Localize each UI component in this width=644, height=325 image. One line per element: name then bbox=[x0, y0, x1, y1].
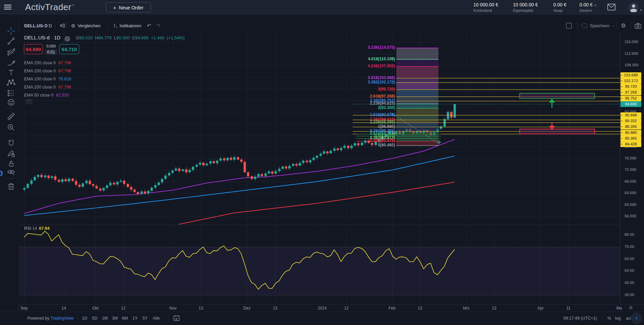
time-axis[interactable]: ⚙Sep14Okt12Nov13Dez13202412Feb13Mrz13Apr… bbox=[0, 305, 644, 312]
range-button-3m[interactable]: 3M bbox=[112, 316, 118, 321]
indicator-legend-rows: EMA 200 close 067.796EMA 200 close 067.7… bbox=[24, 59, 71, 99]
time-tick: Mrz bbox=[463, 306, 470, 311]
rsi-tick: 60.00 bbox=[625, 257, 634, 261]
compare-plus-icon: ⊕ bbox=[71, 23, 75, 29]
indicator-row[interactable]: EMA 200 close 067.796 bbox=[24, 67, 71, 75]
range-button-1y[interactable]: 1Y bbox=[132, 316, 137, 321]
collapse-indicators-icon[interactable]: ⌃ bbox=[26, 99, 32, 104]
time-tick: 13 bbox=[273, 306, 277, 311]
emoji-icon[interactable] bbox=[4, 98, 18, 107]
pencil-lock-icon[interactable] bbox=[4, 149, 18, 158]
goto-date-icon[interactable] bbox=[173, 315, 180, 321]
rsi-tick: 70.00 bbox=[625, 245, 634, 249]
fib-level-label: 2(93.300) bbox=[378, 105, 395, 110]
xabcd-pattern-icon[interactable] bbox=[4, 78, 18, 87]
chevron-down-icon[interactable]: ▼ bbox=[640, 9, 642, 12]
magnet-icon[interactable] bbox=[4, 139, 18, 148]
drawing-tools-sidebar bbox=[0, 20, 19, 312]
alert-price-label: 102.172 bbox=[620, 78, 641, 84]
range-button-5y[interactable]: 5Y bbox=[142, 316, 147, 321]
time-tick: 2024 bbox=[318, 306, 327, 311]
mail-icon[interactable] bbox=[607, 4, 615, 10]
alert-price-label: 86.880 bbox=[620, 130, 641, 136]
chart-legend[interactable]: DELL.US-d·1D−O90.010H94.770L90.000C94.69… bbox=[24, 35, 185, 42]
fib-level-label: 4.236(107.655) bbox=[368, 64, 395, 68]
fib-level-label: 5.236(114.075) bbox=[368, 45, 395, 50]
trash-icon[interactable] bbox=[4, 182, 18, 191]
collapse-panel-button[interactable]: ‹ bbox=[631, 313, 642, 324]
indicator-row[interactable]: EMA 200 close 067.796 bbox=[24, 59, 71, 67]
current-price-label: 94.690 bbox=[620, 101, 641, 107]
interval-button[interactable]: D bbox=[49, 20, 52, 32]
zoom-in-icon[interactable] bbox=[4, 123, 18, 132]
settings-gear-icon[interactable]: ⚙ bbox=[621, 20, 626, 32]
price-axis[interactable]: 116.000112.000108.00092.00080.00076.0007… bbox=[620, 32, 644, 304]
panel-expand-chevron-icon[interactable]: ❯ bbox=[0, 170, 4, 176]
eye-icon[interactable] bbox=[4, 168, 18, 177]
rsi-tick: 30.00 bbox=[625, 293, 634, 297]
fib-level-label: 1.618(90.848) bbox=[370, 112, 395, 117]
symbol-name[interactable]: DELL.US-D bbox=[24, 20, 47, 32]
layout-button[interactable] bbox=[566, 20, 572, 32]
chart-canvas[interactable] bbox=[18, 32, 620, 304]
percent-scale-button[interactable]: % bbox=[607, 316, 611, 321]
chart-style-icon[interactable] bbox=[59, 20, 66, 32]
alert-price-label: 89.332 bbox=[620, 118, 641, 124]
compare-button[interactable]: ⊕Vergleichen bbox=[71, 20, 100, 32]
undo-icon[interactable]: ↶ bbox=[147, 20, 151, 32]
buy-ask-button[interactable]: 94.710 bbox=[59, 44, 79, 54]
account-stat-gewinn[interactable]: 0.00 €▼Gewinn bbox=[579, 2, 597, 12]
range-button-alle[interactable]: Alle bbox=[153, 316, 160, 321]
fib-level-label: 2.618(97.268) bbox=[370, 94, 395, 99]
indicator-row[interactable]: EMA 100 close 076.816 bbox=[24, 75, 71, 83]
trend-line-icon[interactable] bbox=[4, 36, 18, 46]
brand-logo: ActivTrader™ bbox=[25, 2, 75, 12]
fib-level-label: 2.236(94.815) bbox=[370, 101, 395, 106]
brush-icon[interactable] bbox=[4, 58, 18, 67]
camera-icon[interactable] bbox=[635, 20, 641, 32]
fib-level-label: 4.618(110.108) bbox=[368, 57, 395, 61]
price-tick: 112.000 bbox=[625, 51, 638, 56]
fib-level-label: 3.382(102.172) bbox=[368, 80, 395, 84]
range-button-5d[interactable]: 5D bbox=[92, 316, 97, 321]
indicator-row[interactable]: EMA 50 close 082.533 bbox=[24, 91, 71, 99]
crosshair-icon[interactable] bbox=[4, 26, 18, 36]
range-button-1d[interactable]: 1D bbox=[82, 316, 87, 321]
alert-price-label: 99.720 bbox=[620, 84, 641, 89]
tradingview-link[interactable]: TradingView bbox=[50, 316, 74, 321]
menu-icon[interactable] bbox=[4, 5, 11, 10]
range-button-6m[interactable]: 6M bbox=[122, 316, 128, 321]
activtrader-app: ActivTrader™ +Neue Order 10 000.00 €Kont… bbox=[0, 0, 644, 325]
fib-tools-icon[interactable] bbox=[4, 47, 18, 57]
indicator-row[interactable]: EMA 200 close 067.796 bbox=[24, 83, 71, 91]
alert-price-label: 95.752 bbox=[620, 96, 641, 101]
rsi-tick: 40.00 bbox=[625, 281, 634, 285]
avatar[interactable] bbox=[629, 2, 639, 12]
time-tick: Dez bbox=[243, 306, 250, 311]
time-tick: Ma bbox=[616, 306, 622, 311]
forecast-icon[interactable] bbox=[4, 88, 18, 98]
clock[interactable]: 09:17:49 (UTC+1) bbox=[542, 316, 597, 321]
sell-bid-button[interactable]: 94.690 bbox=[24, 44, 43, 54]
collapse-legend-icon[interactable]: − bbox=[65, 36, 70, 42]
indicators-button[interactable]: ƒxIndikatoren bbox=[113, 20, 141, 32]
lock-icon[interactable] bbox=[4, 159, 18, 168]
log-scale-button[interactable]: log bbox=[615, 316, 621, 321]
account-stat-eigenkapital: 10 000.00 €Eigenkapital bbox=[513, 2, 538, 12]
new-order-button[interactable]: +Neue Order bbox=[106, 2, 151, 12]
legend-interval: 1D bbox=[54, 35, 60, 40]
fib-level-label: 1(86.880) bbox=[378, 124, 395, 129]
rsi-legend-row[interactable]: RSI 1467.94 bbox=[24, 226, 50, 231]
price-tick: 76.000 bbox=[625, 156, 636, 160]
price-tick: 64.000 bbox=[625, 191, 636, 195]
range-button-1m[interactable]: 1M bbox=[102, 316, 108, 321]
redo-icon[interactable]: ↷ bbox=[156, 20, 161, 32]
price-tick: 72.000 bbox=[625, 168, 636, 172]
account-stat-kontostand: 10 000.00 €Kontostand bbox=[473, 2, 498, 12]
text-icon[interactable] bbox=[4, 68, 18, 77]
rsi-value: 67.94 bbox=[39, 226, 49, 231]
axis-gear-icon[interactable]: ⚙ bbox=[629, 305, 633, 310]
save-layout-button[interactable]: Speichern⌄ bbox=[582, 20, 614, 32]
price-tick: 108.000 bbox=[625, 63, 639, 67]
ruler-icon[interactable] bbox=[4, 112, 18, 121]
